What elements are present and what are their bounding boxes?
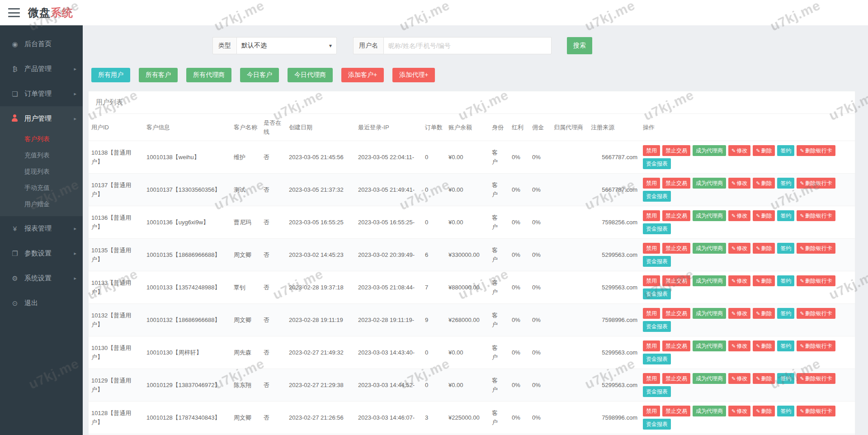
quick-button-0[interactable]: 所有用户 bbox=[91, 68, 130, 82]
action-button-2[interactable]: 成为代理商 bbox=[693, 308, 726, 319]
hamburger-menu-icon[interactable] bbox=[8, 8, 20, 17]
action-button-2[interactable]: 成为代理商 bbox=[693, 340, 726, 351]
action-button-0[interactable]: 禁用 bbox=[643, 275, 660, 286]
sidebar-subitem-4[interactable]: 用户赠金 bbox=[0, 196, 83, 213]
action-button-5[interactable]: 签约 bbox=[777, 373, 794, 384]
action-button-7[interactable]: 资金报表 bbox=[643, 321, 671, 332]
action-button-3[interactable]: ✎修改 bbox=[728, 210, 750, 221]
action-button-4[interactable]: ✎删除 bbox=[753, 243, 775, 254]
sidebar-item-1[interactable]: ₿产品管理▸ bbox=[0, 57, 83, 81]
action-button-5[interactable]: 签约 bbox=[777, 145, 794, 156]
action-button-1[interactable]: 禁止交易 bbox=[662, 145, 690, 156]
action-button-0[interactable]: 禁用 bbox=[643, 340, 660, 351]
action-button-5[interactable]: 签约 bbox=[777, 275, 794, 286]
action-button-7[interactable]: 资金报表 bbox=[643, 191, 671, 202]
action-button-0[interactable]: 禁用 bbox=[643, 243, 660, 254]
action-button-3[interactable]: ✎修改 bbox=[728, 145, 750, 156]
action-button-4[interactable]: ✎删除 bbox=[753, 275, 775, 286]
action-button-6[interactable]: ✎删除银行卡 bbox=[797, 145, 835, 156]
action-button-2[interactable]: 成为代理商 bbox=[693, 275, 726, 286]
action-button-6[interactable]: ✎删除银行卡 bbox=[797, 373, 835, 384]
action-button-6[interactable]: ✎删除银行卡 bbox=[797, 308, 835, 319]
action-button-5[interactable]: 签约 bbox=[777, 340, 794, 351]
sidebar-subitem-1[interactable]: 充值列表 bbox=[0, 147, 83, 164]
action-button-label: 资金报表 bbox=[646, 290, 668, 298]
action-button-3[interactable]: ✎修改 bbox=[728, 178, 750, 189]
action-button-2[interactable]: 成为代理商 bbox=[693, 243, 726, 254]
action-button-4[interactable]: ✎删除 bbox=[753, 340, 775, 351]
action-button-6[interactable]: ✎删除银行卡 bbox=[797, 210, 835, 221]
action-button-7[interactable]: 资金报表 bbox=[643, 158, 671, 169]
action-button-5[interactable]: 签约 bbox=[777, 178, 794, 189]
action-button-4[interactable]: ✎删除 bbox=[753, 145, 775, 156]
action-button-1[interactable]: 禁止交易 bbox=[662, 210, 690, 221]
action-button-5[interactable]: 签约 bbox=[777, 308, 794, 319]
action-button-2[interactable]: 成为代理商 bbox=[693, 178, 726, 189]
action-button-2[interactable]: 成为代理商 bbox=[693, 210, 726, 221]
action-button-6[interactable]: ✎删除银行卡 bbox=[797, 406, 835, 416]
sidebar-item-0[interactable]: ◉后台首页 bbox=[0, 32, 83, 57]
action-button-5[interactable]: 签约 bbox=[777, 243, 794, 254]
action-button-1[interactable]: 禁止交易 bbox=[662, 373, 690, 384]
action-button-1[interactable]: 禁止交易 bbox=[662, 178, 690, 189]
action-button-3[interactable]: ✎修改 bbox=[728, 275, 750, 286]
search-button[interactable]: 搜索 bbox=[567, 37, 592, 54]
action-button-0[interactable]: 禁用 bbox=[643, 178, 660, 189]
action-button-3[interactable]: ✎修改 bbox=[728, 340, 750, 351]
cell-id: 10128【普通用户】 bbox=[89, 402, 144, 434]
sidebar-item-7[interactable]: ⊙退出 bbox=[0, 291, 83, 316]
quick-button-3[interactable]: 今日客户 bbox=[240, 68, 279, 82]
sidebar-item-2[interactable]: ❏订单管理▸ bbox=[0, 81, 83, 106]
action-button-7[interactable]: 资金报表 bbox=[643, 288, 671, 299]
action-button-1[interactable]: 禁止交易 bbox=[662, 243, 690, 254]
action-button-6[interactable]: ✎删除银行卡 bbox=[797, 243, 835, 254]
action-button-4[interactable]: ✎删除 bbox=[753, 406, 775, 416]
action-button-2[interactable]: 成为代理商 bbox=[693, 373, 726, 384]
action-button-6[interactable]: ✎删除银行卡 bbox=[797, 340, 835, 351]
sidebar-item-5[interactable]: ❐参数设置▸ bbox=[0, 241, 83, 266]
sidebar-item-4[interactable]: ¥报表管理▸ bbox=[0, 216, 83, 241]
sidebar-subitem-0[interactable]: 客户列表 bbox=[0, 131, 83, 147]
quick-button-4[interactable]: 今日代理商 bbox=[288, 68, 333, 82]
action-button-4[interactable]: ✎删除 bbox=[753, 178, 775, 189]
username-input[interactable] bbox=[383, 37, 552, 54]
action-button-5[interactable]: 签约 bbox=[777, 406, 794, 416]
quick-button-6[interactable]: 添加代理+ bbox=[392, 68, 435, 82]
action-button-4[interactable]: ✎删除 bbox=[753, 308, 775, 319]
action-button-7[interactable]: 资金报表 bbox=[643, 386, 671, 397]
action-button-0[interactable]: 禁用 bbox=[643, 406, 660, 416]
action-button-4[interactable]: ✎删除 bbox=[753, 373, 775, 384]
action-button-6[interactable]: ✎删除银行卡 bbox=[797, 178, 835, 189]
action-button-0[interactable]: 禁用 bbox=[643, 373, 660, 384]
action-button-6[interactable]: ✎删除银行卡 bbox=[797, 275, 835, 286]
edit-icon: ✎ bbox=[731, 213, 736, 219]
action-button-0[interactable]: 禁用 bbox=[643, 308, 660, 319]
sidebar-subitem-3[interactable]: 手动充值 bbox=[0, 180, 83, 196]
action-button-4[interactable]: ✎删除 bbox=[753, 210, 775, 221]
action-button-7[interactable]: 资金报表 bbox=[643, 419, 671, 430]
action-button-7[interactable]: 资金报表 bbox=[643, 256, 671, 267]
quick-button-5[interactable]: 添加客户+ bbox=[341, 68, 384, 82]
action-button-1[interactable]: 禁止交易 bbox=[662, 406, 690, 416]
action-button-1[interactable]: 禁止交易 bbox=[662, 275, 690, 286]
sidebar-item-6[interactable]: ⚙系统设置▸ bbox=[0, 266, 83, 291]
cell-online: 否 bbox=[261, 141, 286, 174]
action-button-3[interactable]: ✎修改 bbox=[728, 308, 750, 319]
action-button-1[interactable]: 禁止交易 bbox=[662, 308, 690, 319]
action-button-3[interactable]: ✎修改 bbox=[728, 243, 750, 254]
sidebar-item-3[interactable]: 用户管理▸ bbox=[0, 106, 83, 131]
action-button-1[interactable]: 禁止交易 bbox=[662, 340, 690, 351]
sidebar-subitem-2[interactable]: 提现列表 bbox=[0, 164, 83, 180]
action-button-2[interactable]: 成为代理商 bbox=[693, 406, 726, 416]
action-button-0[interactable]: 禁用 bbox=[643, 145, 660, 156]
quick-button-2[interactable]: 所有代理商 bbox=[186, 68, 231, 82]
action-button-3[interactable]: ✎修改 bbox=[728, 406, 750, 416]
action-button-7[interactable]: 资金报表 bbox=[643, 354, 671, 364]
quick-button-1[interactable]: 所有客户 bbox=[139, 68, 178, 82]
action-button-7[interactable]: 资金报表 bbox=[643, 223, 671, 234]
action-button-3[interactable]: ✎修改 bbox=[728, 373, 750, 384]
action-button-5[interactable]: 签约 bbox=[777, 210, 794, 221]
type-select[interactable]: 默认不选 ▾ bbox=[236, 37, 337, 54]
action-button-0[interactable]: 禁用 bbox=[643, 210, 660, 221]
action-button-2[interactable]: 成为代理商 bbox=[693, 145, 726, 156]
